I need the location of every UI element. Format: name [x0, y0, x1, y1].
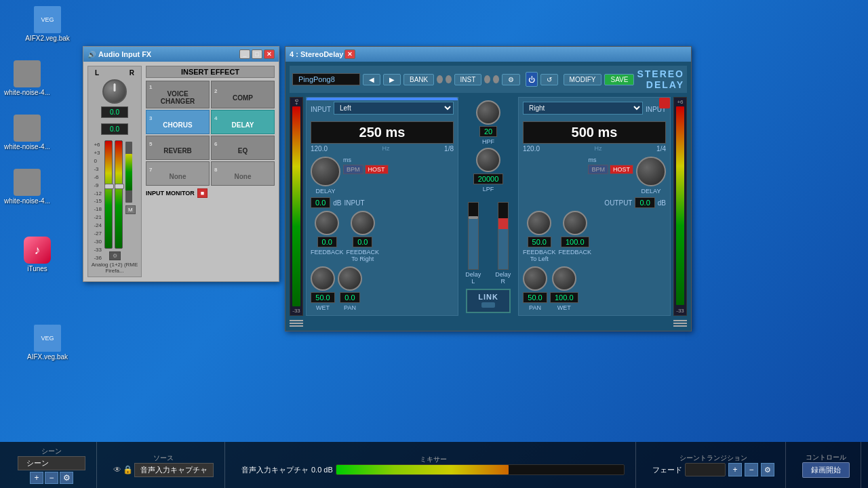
modify-button[interactable]: MODIFY	[564, 74, 602, 85]
desktop-icon-wn2[interactable]: white-noise-4...	[0, 112, 54, 153]
right-pan-knob[interactable]	[523, 266, 547, 291]
taskbar-mixer-section: ミキサー 音声入力キャプチャ 0.0 dB	[231, 442, 636, 488]
right-wet-knob[interactable]	[552, 266, 576, 291]
lock-icon: 🔒	[123, 465, 133, 474]
right-input-select[interactable]: Right	[523, 102, 643, 115]
fader-left-handle[interactable]	[104, 184, 114, 189]
fx-slot-eq[interactable]: 6 EQ	[211, 136, 275, 160]
bank-button[interactable]: BANK	[403, 74, 434, 85]
inst-button[interactable]: INST	[454, 74, 482, 85]
prev-preset-button[interactable]: ◀	[363, 74, 380, 85]
fx-slot-chorus[interactable]: 3 CHORUS	[146, 110, 210, 134]
analog-label: Analog (1+2) (RME Firefa...	[91, 262, 138, 274]
close-button[interactable]: ✕	[264, 49, 275, 59]
delay-r-fader[interactable]	[498, 202, 509, 270]
db-display: 0.0 dB	[311, 466, 333, 474]
fx-slot-reverb[interactable]: 5 REVERB	[146, 136, 210, 160]
audio-level-meter	[336, 464, 625, 475]
fader-right-handle[interactable]	[115, 184, 124, 189]
desktop-icon-wn3[interactable]: white-noise-4...	[0, 166, 54, 207]
delay-r-label: Delay R	[493, 271, 513, 285]
power-button[interactable]: ⏻	[526, 72, 538, 87]
stereo-delay-titlebar[interactable]: 4 : StereoDelay ✕	[285, 47, 691, 62]
desktop-icon-aifx2bak[interactable]: VEG AIFX2.veg.bak	[20, 3, 75, 45]
left-input-select[interactable]: Left	[334, 102, 454, 115]
right-feedback-left-knob-unit: 50.0 FEEDBACK To Left	[523, 211, 556, 262]
delay-l-handle[interactable]	[469, 216, 478, 219]
desktop-icon-aifxbak[interactable]: VEG AIFX.veg.bak	[20, 322, 75, 363]
db-scale: +6 +3 0 -3 -6 -9 -12 -15 -18 -21 -24 -27…	[94, 140, 102, 262]
fade-up-button[interactable]: +	[728, 463, 742, 476]
source-item[interactable]: 音声入力キャプチャ	[134, 463, 214, 477]
left-wet-knob[interactable]	[311, 266, 335, 291]
control-title: コントロール	[806, 453, 846, 462]
fade-label: フェード	[652, 465, 682, 475]
start-recording-button[interactable]: 録画開始	[802, 462, 850, 478]
gear-icon[interactable]: ⚙	[109, 251, 121, 260]
right-note-value: 1/4	[656, 145, 666, 152]
right-feedback-to-left-knob[interactable]	[527, 211, 551, 235]
fx-slot-comp[interactable]: 2 COMP	[211, 81, 275, 108]
link-label: LINK	[478, 293, 498, 301]
left-bpm-btn[interactable]: BPM	[343, 165, 363, 174]
settings-icon-button[interactable]: ⚙	[502, 74, 520, 85]
fader-right[interactable]	[115, 140, 123, 249]
delay-r-red-handle[interactable]	[498, 218, 508, 229]
left-pan-knob[interactable]	[338, 266, 362, 291]
fx-slot-delay[interactable]: 4 DELAY	[211, 110, 275, 134]
desktop: VEG AIFX2.veg.bak white-noise-4... white…	[0, 0, 868, 488]
right-bpm-host-row: BPM HOST	[588, 165, 633, 174]
right-bpm-btn[interactable]: BPM	[588, 165, 608, 174]
right-delay-knob[interactable]	[636, 157, 666, 186]
loop-button[interactable]: ↺	[540, 74, 558, 85]
left-bpm-host-row: BPM HOST	[343, 165, 389, 174]
fader-left[interactable]	[104, 140, 113, 249]
lpf-knob-unit: 20000 LPF	[473, 148, 504, 192]
icon-label-itunes: iTunes	[27, 265, 47, 272]
right-bpm-value: 120.0	[523, 145, 540, 152]
pan-knob[interactable]	[102, 79, 127, 104]
delay-l-fader[interactable]	[468, 202, 479, 270]
right-channel-panel: Right INPUT 500 ms 120.0 Hz 1/4 ms	[518, 97, 671, 316]
audio-fx-titlebar[interactable]: 🔊 Audio Input FX _ □ ✕	[83, 47, 279, 62]
scene-settings-button[interactable]: ⚙	[60, 472, 73, 484]
scene-remove-button[interactable]: −	[45, 472, 58, 484]
right-wet-value: 100.0	[550, 292, 578, 303]
fade-settings-button[interactable]: ⚙	[761, 463, 774, 476]
right-feedback-knob[interactable]	[563, 211, 587, 235]
input-monitor-label: INPUT MONITOR	[146, 190, 195, 197]
input-monitor-toggle[interactable]: ■	[197, 188, 208, 198]
link-button[interactable]: LINK	[466, 289, 511, 313]
next-preset-button[interactable]: ▶	[383, 74, 401, 85]
left-delay-knob[interactable]	[311, 157, 340, 186]
lpf-knob[interactable]	[476, 148, 500, 172]
fx-slot-voice-changer[interactable]: 1 VOICE CHANGER	[146, 81, 210, 108]
left-feedback-knob[interactable]	[315, 211, 339, 235]
right-wet-label: WET	[557, 304, 571, 311]
scene-add-button[interactable]: +	[30, 472, 43, 484]
desktop-icon-wn1[interactable]: white-noise-4...	[0, 58, 54, 99]
right-host-btn[interactable]: HOST	[610, 165, 633, 174]
left-host-btn[interactable]: HOST	[365, 165, 389, 174]
window-audio-fx: 🔊 Audio Input FX _ □ ✕ L R 0.0 0.0 +6	[83, 46, 279, 282]
right-pan-label: PAN	[529, 304, 541, 311]
scene-input[interactable]: シーン	[18, 456, 85, 470]
fx-slot-none-2[interactable]: 8 None	[211, 161, 275, 186]
fade-slider[interactable]	[685, 463, 726, 476]
fade-down-button[interactable]: −	[745, 463, 758, 476]
fx-slot-none-1[interactable]: 7 None	[146, 161, 210, 186]
icon-label-aifxbak: AIFX.veg.bak	[27, 353, 68, 361]
stereo-delay-close[interactable]: ✕	[344, 49, 355, 59]
right-feedback-label: FEEDBACK	[559, 249, 592, 256]
left-input-text-label: INPUT	[344, 199, 365, 207]
desktop-icon-itunes[interactable]: ♪ iTunes	[10, 234, 64, 275]
save-button[interactable]: SAVE	[604, 74, 634, 85]
hpf-value: 20	[479, 126, 497, 137]
taskbar: シーン シーン + − ⚙ ソース 👁 🔒 音声入力キャプチャ ミキサー 音声入…	[0, 442, 868, 488]
hpf-knob[interactable]	[476, 100, 500, 125]
left-feedback-to-right-knob[interactable]	[351, 211, 375, 235]
minimize-button[interactable]: _	[239, 49, 250, 59]
center-panel: 20 HPF 20000 LPF	[461, 97, 515, 316]
delay-faders: Delay L Delay R	[464, 202, 513, 285]
maximize-button[interactable]: □	[252, 49, 262, 59]
